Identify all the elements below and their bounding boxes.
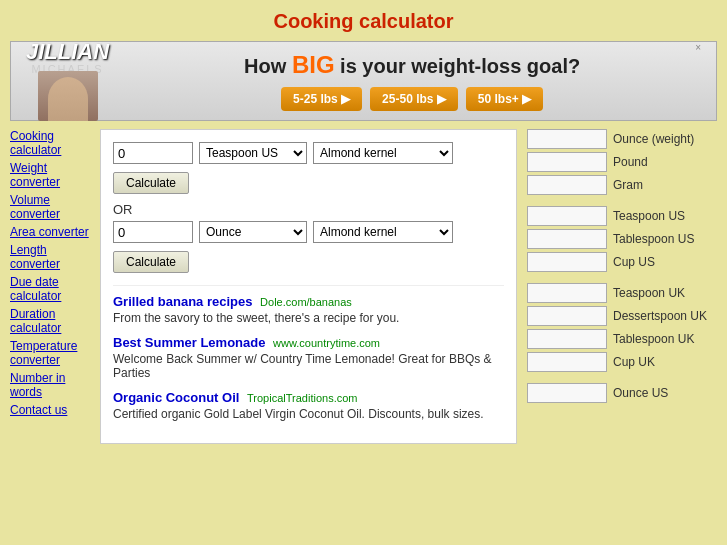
ad-desc-1: From the savory to the sweet, there's a … [113, 311, 504, 325]
result-input-cup-us[interactable] [527, 252, 607, 272]
ad-title-text-1[interactable]: Grilled banana recipes [113, 294, 252, 309]
ad-source-1: Dole.com/bananas [260, 296, 352, 308]
result-input-teaspoon-us[interactable] [527, 206, 607, 226]
sidebar-link-volume[interactable]: Volume converter [10, 193, 92, 221]
ad-listing-title-3[interactable]: Organic Coconut Oil TropicalTraditions.c… [113, 390, 504, 405]
ad-btn-3[interactable]: 50 lbs+ ▶ [466, 87, 543, 111]
result-row-tablespoon-uk: Tablespoon UK [527, 329, 717, 349]
main-layout: Cooking calculator Weight converter Volu… [0, 129, 727, 444]
result-label-ounce-weight: Ounce (weight) [613, 132, 694, 146]
ad-brand: JILLIAN MICHAELS [26, 41, 109, 121]
sidebar-item-length[interactable]: Length converter [10, 243, 92, 271]
result-label-ounce-us: Ounce US [613, 386, 668, 400]
result-input-ounce-us[interactable] [527, 383, 607, 403]
ad-content: How BIG is your weight-loss goal? 5-25 l… [109, 51, 695, 111]
calc-btn-row-2: Calculate [113, 251, 504, 273]
page-title: Cooking calculator [0, 0, 727, 41]
ad-big-text: BIG [292, 51, 335, 78]
ad-title-text-2[interactable]: Best Summer Lemonade [113, 335, 265, 350]
or-divider: OR [113, 202, 504, 217]
result-label-tablespoon-uk: Tablespoon UK [613, 332, 694, 346]
ad-desc-3: Certified organic Gold Label Virgin Coco… [113, 407, 504, 421]
ad-headline: How BIG is your weight-loss goal? [244, 51, 580, 79]
amount-input-1[interactable] [113, 142, 193, 164]
result-input-dessertspoon-uk[interactable] [527, 306, 607, 326]
result-label-teaspoon-us: Teaspoon US [613, 209, 685, 223]
result-row-teaspoon-us: Teaspoon US [527, 206, 717, 226]
ad-listing-title-1[interactable]: Grilled banana recipes Dole.com/bananas [113, 294, 504, 309]
result-label-cup-uk: Cup UK [613, 355, 655, 369]
ad-listings: Grilled banana recipes Dole.com/bananas … [113, 285, 504, 421]
sidebar-link-contact[interactable]: Contact us [10, 403, 92, 417]
sidebar-item-numberinwords[interactable]: Number in words [10, 371, 92, 399]
ad-btn-2[interactable]: 25-50 lbs ▶ [370, 87, 458, 111]
ad-desc-2: Welcome Back Summer w/ Country Time Lemo… [113, 352, 504, 380]
ad-listing-2: Best Summer Lemonade www.countrytime.com… [113, 335, 504, 380]
sidebar-link-area[interactable]: Area converter [10, 225, 92, 239]
calc-row-2: Ounce Teaspoon US Tablespoon US Cup US P… [113, 221, 504, 243]
sidebar-item-duedate[interactable]: Due date calculator [10, 275, 92, 303]
ad-listing-3: Organic Coconut Oil TropicalTraditions.c… [113, 390, 504, 421]
unit-select-1[interactable]: Teaspoon US Tablespoon US Cup US Ounce P… [199, 142, 307, 164]
ad-banner: JILLIAN MICHAELS How BIG is your weight-… [10, 41, 717, 121]
ad-buttons[interactable]: 5-25 lbs ▶ 25-50 lbs ▶ 50 lbs+ ▶ [281, 87, 543, 111]
sidebar-link-duedate[interactable]: Due date calculator [10, 275, 92, 303]
result-row-cup-us: Cup US [527, 252, 717, 272]
ingredient-select-1[interactable]: Almond kernel Butter Flour Sugar Salt Ri… [313, 142, 453, 164]
result-input-tablespoon-us[interactable] [527, 229, 607, 249]
calculate-button-1[interactable]: Calculate [113, 172, 189, 194]
results-panel: Ounce (weight) Pound Gram Teaspoon US Ta… [517, 129, 717, 444]
calculate-button-2[interactable]: Calculate [113, 251, 189, 273]
ad-close-icon[interactable]: × [695, 42, 701, 53]
result-label-tablespoon-us: Tablespoon US [613, 232, 694, 246]
ad-listing-title-2[interactable]: Best Summer Lemonade www.countrytime.com [113, 335, 504, 350]
result-input-ounce-weight[interactable] [527, 129, 607, 149]
sidebar-item-duration[interactable]: Duration calculator [10, 307, 92, 335]
sidebar-link-temperature[interactable]: Temperature converter [10, 339, 92, 367]
sidebar-item-cooking[interactable]: Cooking calculator [10, 129, 92, 157]
result-row-ounce-us: Ounce US [527, 383, 717, 403]
result-label-gram: Gram [613, 178, 643, 192]
result-input-tablespoon-uk[interactable] [527, 329, 607, 349]
ingredient-select-2[interactable]: Almond kernel Butter Flour Sugar Salt Ri… [313, 221, 453, 243]
sidebar-item-contact[interactable]: Contact us [10, 403, 92, 417]
result-input-cup-uk[interactable] [527, 352, 607, 372]
ad-brand-name: JILLIAN [26, 41, 109, 63]
sidebar-link-length[interactable]: Length converter [10, 243, 92, 271]
result-row-gram: Gram [527, 175, 717, 195]
sidebar-link-weight[interactable]: Weight converter [10, 161, 92, 189]
ad-source-2: www.countrytime.com [273, 337, 380, 349]
sidebar-item-area[interactable]: Area converter [10, 225, 92, 239]
result-row-pound: Pound [527, 152, 717, 172]
sidebar-link-duration[interactable]: Duration calculator [10, 307, 92, 335]
result-label-pound: Pound [613, 155, 648, 169]
amount-input-2[interactable] [113, 221, 193, 243]
result-input-teaspoon-uk[interactable] [527, 283, 607, 303]
calc-btn-row-1: Calculate [113, 172, 504, 194]
sidebar-item-temperature[interactable]: Temperature converter [10, 339, 92, 367]
calc-row-1: Teaspoon US Tablespoon US Cup US Ounce P… [113, 142, 504, 164]
ad-title-text-3[interactable]: Organic Coconut Oil [113, 390, 239, 405]
ad-source-3: TropicalTraditions.com [247, 392, 357, 404]
sidebar-link-numberinwords[interactable]: Number in words [10, 371, 92, 399]
result-row-ounce-weight: Ounce (weight) [527, 129, 717, 149]
ad-listing-1: Grilled banana recipes Dole.com/bananas … [113, 294, 504, 325]
sidebar: Cooking calculator Weight converter Volu… [10, 129, 100, 444]
result-label-teaspoon-uk: Teaspoon UK [613, 286, 685, 300]
result-label-dessertspoon-uk: Dessertspoon UK [613, 309, 707, 323]
content-panel: Teaspoon US Tablespoon US Cup US Ounce P… [100, 129, 517, 444]
sidebar-item-volume[interactable]: Volume converter [10, 193, 92, 221]
sidebar-item-weight[interactable]: Weight converter [10, 161, 92, 189]
sidebar-link-cooking[interactable]: Cooking calculator [10, 129, 92, 157]
result-row-tablespoon-us: Tablespoon US [527, 229, 717, 249]
unit-select-2[interactable]: Ounce Teaspoon US Tablespoon US Cup US P… [199, 221, 307, 243]
result-label-cup-us: Cup US [613, 255, 655, 269]
result-row-cup-uk: Cup UK [527, 352, 717, 372]
result-input-gram[interactable] [527, 175, 607, 195]
result-row-dessertspoon-uk: Dessertspoon UK [527, 306, 717, 326]
result-row-teaspoon-uk: Teaspoon UK [527, 283, 717, 303]
result-input-pound[interactable] [527, 152, 607, 172]
ad-btn-1[interactable]: 5-25 lbs ▶ [281, 87, 362, 111]
